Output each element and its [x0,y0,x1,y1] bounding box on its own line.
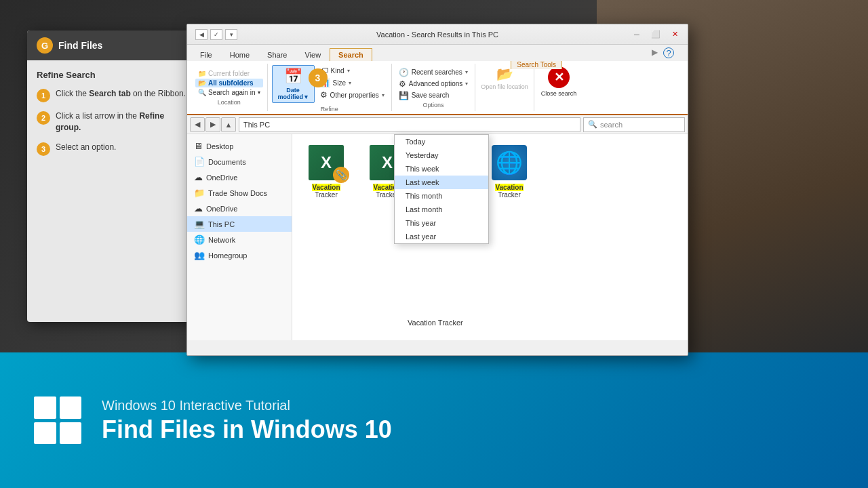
search-again-btn[interactable]: 🔍 Search again in ▾ [195,88,263,97]
windows-logo-square-4 [60,422,82,445]
open-file-location-btn[interactable]: 📂 Open file location [475,64,534,111]
all-subfolders-btn[interactable]: 📂 All subfolders [195,79,263,87]
sidebar-item-onedrive1[interactable]: ☁ OneDrive [187,169,292,185]
sidebar-item-desktop[interactable]: 🖥 Desktop [187,138,292,154]
qt-btn-2[interactable]: ✓ [210,29,222,40]
help-icon[interactable]: ? [663,47,674,58]
tab-file[interactable]: File [191,48,221,61]
tab-view[interactable]: View [296,48,330,61]
nav-arrows: ◀ ▶ ▲ [190,117,236,132]
refine-group-buttons: 📅 Datemodified ▾ 3 🏷 Kind ▾ 📊 Size [272,65,387,103]
left-panel: G Find Files Refine Search 1 Click the S… [27,30,197,322]
file-item-vacation1[interactable]: X 📎 Vacation Tracker [299,141,353,201]
date-option-last-year[interactable]: Last year [395,230,488,243]
nav-bar: ◀ ▶ ▲ This PC 🔍 search [187,115,688,134]
forward-button[interactable]: ▶ [205,117,220,132]
file-item-vacation4[interactable]: Vacation Tracker [408,319,463,327]
save-search-label: Save search [412,92,450,99]
back-button[interactable]: ◀ [190,117,205,132]
qt-btn-3[interactable]: ▾ [225,29,237,40]
app-logo: G [37,37,53,54]
file-item-vacation3[interactable]: 🌐 Vacation Tracker [482,141,536,201]
step-1-text: Click the Search tab on the Ribbon. [56,88,186,100]
maximize-button[interactable]: ⬜ [647,28,665,41]
onedrive1-icon: ☁ [194,172,203,182]
sidebar-item-tradeshow[interactable]: 📁 Trade Show Docs [187,185,292,201]
sidebar-desktop-label: Desktop [206,142,233,150]
title-bar-title: Vacation - Search Results in This PC [376,30,498,39]
date-option-this-month[interactable]: This month [395,189,488,203]
search-again-label: Search again in [208,89,256,96]
search-again-icon: 🔍 [198,89,206,96]
date-option-today[interactable]: Today [395,135,488,148]
tab-home[interactable]: Home [221,48,258,61]
advanced-icon: ⚙ [399,79,406,89]
refine-search-title: Refine Search [37,70,187,80]
file-overlay-icon-1: 📎 [333,167,349,183]
highlight-vacation1: Vacation [312,184,340,191]
sidebar-item-onedrive2[interactable]: ☁ OneDrive [187,201,292,216]
tradeshow-icon: 📁 [194,188,205,198]
homegroup-icon: 👥 [194,250,205,260]
sidebar-onedrive1-label: OneDrive [206,174,237,182]
step-2-text: Click a list arrow in the Refine group. [56,110,187,134]
refine-group-label: Refine [272,106,387,113]
date-option-this-year[interactable]: This year [395,216,488,230]
documents-icon: 📄 [194,157,205,167]
date-option-this-week[interactable]: This week [395,162,488,176]
date-option-yesterday[interactable]: Yesterday [395,148,488,162]
content-area: 🖥 Desktop 📄 Documents ☁ OneDrive 📁 Trade… [187,134,688,340]
date-option-last-week[interactable]: Last week [395,176,488,189]
file-label-vacation4: Vacation Tracker [408,319,463,327]
title-bar: ◀ ✓ ▾ Vacation - Search Results in This … [187,24,688,45]
step-3-number: 3 [37,142,50,156]
ribbon-bar: 📁 Current folder 📂 All subfolders 🔍 Sear… [187,61,688,115]
windows-logo-grid [34,396,81,444]
recent-arrow: ▾ [465,69,468,75]
left-panel-header: G Find Files [27,30,197,60]
step-3-indicator: 3 [309,68,328,87]
search-icon: 🔍 [588,120,597,129]
advanced-arrow: ▾ [465,81,468,87]
nav-forward-icon[interactable]: ▶ [652,47,658,58]
close-search-btn[interactable]: ✕ Close search [534,64,584,111]
search-box[interactable]: 🔍 search [583,117,685,132]
sidebar-item-thispc[interactable]: 💻 This PC [187,216,292,232]
advanced-options-btn[interactable]: ⚙ Advanced options ▾ [396,79,471,89]
sidebar-tradeshow-label: Trade Show Docs [208,189,267,197]
minimize-button[interactable]: ─ [628,28,646,41]
options-group: 🕐 Recent searches ▾ ⚙ Advanced options ▾… [392,64,476,111]
props-icon: ⚙ [320,90,328,100]
highlight-vacation4: Vacation [408,319,436,327]
up-button[interactable]: ▲ [221,117,236,132]
sidebar-item-homegroup[interactable]: 👥 Homegroup [187,247,292,263]
date-option-last-month[interactable]: Last month [395,203,488,216]
size-arrow: ▾ [349,80,351,86]
kind-label: Kind [331,67,344,75]
sidebar-onedrive2-label: OneDrive [206,205,237,213]
other-props-btn[interactable]: ⚙ Other properties ▾ [317,89,387,100]
recent-searches-btn[interactable]: 🕐 Recent searches ▾ [396,67,471,78]
desktop-icon: 🖥 [194,141,203,151]
size-btn[interactable]: 📊 Size ▾ [317,77,387,88]
close-button[interactable]: ✕ [666,28,684,41]
tab-search[interactable]: Search [330,48,372,61]
sidebar-item-documents[interactable]: 📄 Documents [187,154,292,169]
save-search-btn[interactable]: 💾 Save search [396,90,471,101]
quick-toolbar: ◀ ✓ ▾ [191,27,241,42]
current-folder-btn[interactable]: 📁 Current folder [195,69,263,78]
current-folder-label: Current folder [208,70,250,77]
date-modified-btn[interactable]: 📅 Datemodified ▾ 3 [272,65,315,103]
kind-btn[interactable]: 🏷 Kind ▾ [317,65,387,76]
bottom-title: Find Files in Windows 10 [102,416,392,443]
sidebar-thispc-label: This PC [208,220,235,228]
search-tools-label: Search Tools [511,60,562,69]
search-placeholder: search [600,121,623,129]
address-bar[interactable]: This PC [239,117,580,132]
close-search-x-icon: ✕ [548,66,570,88]
tab-share[interactable]: Share [258,48,296,61]
options-group-label: Options [396,102,471,108]
sidebar-item-network[interactable]: 🌐 Network [187,232,292,247]
qt-btn-1[interactable]: ◀ [195,29,208,40]
file-label-vacation1: Vacation Tracker [302,184,351,199]
